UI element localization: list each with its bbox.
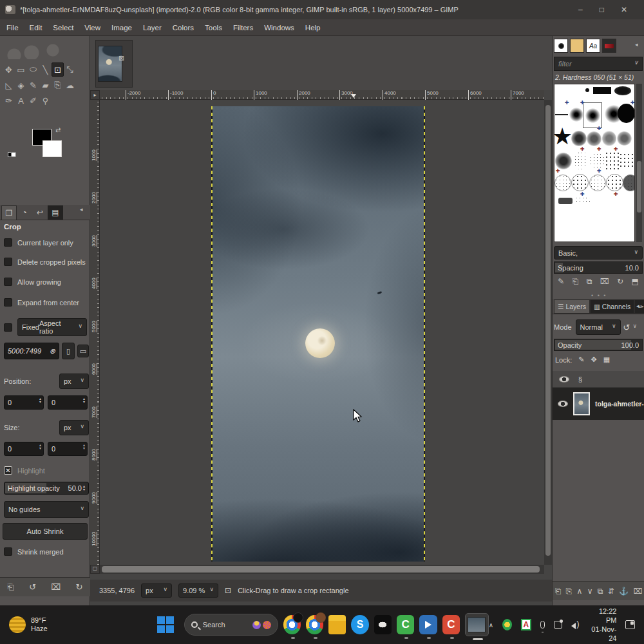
brush-grid[interactable]: ★ ✚ ✚ ✚ ✚ ✚ ✚ ✚ ✚ ✚ ✚ — [554, 84, 635, 242]
brush-swatch[interactable] — [569, 108, 583, 122]
spinner-arrows-icon[interactable]: ▴▾ — [83, 397, 85, 404]
layer-row[interactable]: tolga-ahmetler- — [553, 388, 644, 420]
brush-swatch[interactable] — [618, 104, 635, 123]
image-tab[interactable] — [95, 40, 133, 88]
start-button[interactable] — [157, 616, 174, 633]
brush-spacing-slider[interactable]: Spacing 10.0 — [554, 261, 643, 274]
taskbar-file-explorer[interactable] — [328, 615, 346, 634]
delete-cropped-pixels-option[interactable]: Delete cropped pixels — [4, 258, 86, 266]
menu-tools[interactable]: Tools — [205, 24, 222, 32]
new-layer-group-icon[interactable]: ⎘ — [566, 587, 573, 596]
menu-filters[interactable]: Filters — [233, 24, 253, 32]
taskbar-media-player[interactable] — [419, 615, 437, 634]
tray-expand-chevron-icon[interactable]: ∧ — [489, 621, 493, 629]
taskbar-skype[interactable]: S — [351, 615, 368, 634]
quick-mask-toggle[interactable]: ▢ — [90, 565, 100, 574]
refresh-brushes-icon[interactable]: ↻ — [617, 277, 623, 286]
landscape-orientation-button[interactable]: ▭ — [77, 345, 89, 357]
fixed-type-dropdown[interactable]: Fixed Aspect ratio ∨ — [17, 318, 87, 336]
restore-tool-preset-icon[interactable]: ↺ — [29, 582, 36, 592]
visibility-column-eye-icon[interactable] — [559, 376, 569, 383]
delete-cropped-pixels-checkbox[interactable] — [4, 258, 12, 266]
tool-options-tab-icon[interactable]: ❐ — [1, 205, 17, 220]
highlight-checkbox[interactable]: ✕ — [4, 466, 12, 475]
brush-swatch[interactable] — [575, 196, 591, 204]
spinner-arrows-icon[interactable]: ▴▾ — [39, 397, 41, 404]
brushes-tab-icon[interactable] — [554, 39, 568, 53]
volume-tray-icon[interactable] — [571, 620, 580, 629]
brush-swatch[interactable] — [619, 153, 633, 169]
expand-from-center-checkbox[interactable] — [4, 298, 12, 307]
position-unit-dropdown[interactable]: px ∨ — [59, 374, 89, 389]
clone-tool-icon[interactable]: ⎘ — [52, 78, 64, 92]
background-color-swatch[interactable] — [43, 140, 62, 157]
device-status-tab-icon[interactable]: ◔ — [17, 205, 32, 220]
measure-tool-icon[interactable]: ╲ — [39, 62, 52, 77]
undo-history-tab-icon[interactable]: ↩ — [32, 205, 48, 220]
fixed-checkbox[interactable] — [4, 323, 12, 332]
lock-pixels-icon[interactable]: ✎ — [578, 355, 584, 364]
search-box[interactable]: Search — [184, 614, 278, 636]
swap-colors-icon[interactable]: ⇄ — [55, 126, 61, 133]
minimize-button[interactable]: – — [578, 5, 583, 14]
microphone-tray-icon[interactable] — [540, 621, 545, 629]
expand-from-center-option[interactable]: Expand from center — [4, 298, 79, 307]
bucket-fill-tool-icon[interactable]: ◈ — [15, 78, 27, 92]
position-x-field[interactable]: 0 ▴▾ — [4, 395, 44, 410]
shrink-merged-checkbox[interactable] — [4, 547, 12, 556]
eraser-tool-icon[interactable]: ▰ — [39, 78, 52, 92]
duplicate-layer-icon[interactable]: ⧉ — [598, 587, 603, 596]
chevron-down-icon[interactable]: ∨ — [632, 323, 637, 329]
brush-swatch[interactable] — [571, 174, 589, 191]
brush-swatch-selected[interactable] — [583, 102, 602, 128]
move-tool-icon[interactable]: ✥ — [3, 62, 15, 77]
tab-channels[interactable]: ▥ Channels — [590, 299, 634, 314]
portrait-orientation-button[interactable]: ▯ — [62, 343, 75, 359]
clear-input-icon[interactable]: ⊗ — [50, 347, 55, 355]
menu-layer[interactable]: Layer — [143, 24, 162, 32]
new-brush-icon[interactable]: ⎗ — [573, 277, 579, 286]
antivirus-tray-icon[interactable] — [502, 619, 512, 630]
menu-edit[interactable]: Edit — [30, 24, 43, 32]
default-colors-icon[interactable] — [8, 152, 16, 158]
menu-help[interactable]: Help — [305, 24, 321, 32]
spinner-arrows-icon[interactable]: ▴▾ — [83, 444, 85, 450]
edit-brush-icon[interactable]: ✎ — [558, 277, 564, 286]
images-tab-icon[interactable]: ▤ — [48, 205, 63, 220]
brush-swatch[interactable] — [623, 175, 635, 191]
layer-mode-dropdown[interactable]: Normal ∨ — [576, 319, 621, 335]
menu-select[interactable]: Select — [53, 24, 73, 32]
horizontal-scrollbar[interactable] — [100, 565, 544, 574]
tab-layers[interactable]: ☰ Layers — [554, 299, 590, 314]
zoom-level-dropdown[interactable]: 9.09 % ∨ — [178, 583, 218, 598]
free-select-tool-icon[interactable]: ⬭ — [27, 62, 39, 77]
image-tab-close-icon[interactable]: ⊠ — [118, 54, 124, 62]
brush-swatch[interactable] — [589, 153, 605, 169]
delete-brush-icon[interactable]: ⌧ — [600, 277, 609, 286]
weather-widget[interactable]: 89°F Haze — [9, 616, 48, 633]
taskbar-snagit[interactable]: C — [442, 615, 460, 634]
brush-swatch[interactable] — [555, 114, 568, 115]
delete-layer-icon[interactable]: ⌧ — [633, 587, 642, 596]
brush-filter-input[interactable]: filter ∨ — [554, 57, 643, 71]
brush-swatch[interactable] — [602, 131, 616, 146]
maximize-button[interactable]: □ — [600, 5, 604, 14]
vertical-scrollbar[interactable] — [544, 100, 552, 565]
vertical-ruler[interactable]: 1000 2000 3000 4000 5000 6000 7000 8000 … — [90, 100, 100, 565]
transform-tool-icon[interactable]: ⤡ — [64, 62, 76, 77]
clock-widget[interactable]: 12:22 PM 01-Nov-24 — [589, 607, 617, 643]
allow-growing-option[interactable]: Allow growing — [4, 278, 61, 286]
taskbar-chrome-2[interactable] — [306, 615, 323, 634]
raise-layer-icon[interactable]: ∧ — [577, 587, 583, 596]
close-button[interactable]: ✕ — [621, 5, 627, 14]
taskbar-active-gimp-window[interactable] — [465, 613, 489, 636]
menu-file[interactable]: File — [6, 24, 19, 32]
lower-layer-icon[interactable]: ∨ — [587, 587, 593, 596]
layer-name[interactable]: tolga-ahmetler- — [595, 400, 644, 408]
delete-tool-preset-icon[interactable]: ⌧ — [51, 582, 61, 592]
lock-alpha-icon[interactable]: ▦ — [603, 355, 610, 364]
aspect-ratio-input[interactable]: 5000:7499 ⊗ — [4, 343, 59, 359]
vertical-scrollbar-thumb[interactable] — [545, 105, 551, 556]
display-cast-tray-icon[interactable] — [554, 621, 563, 629]
taskbar-camtasia[interactable]: C — [397, 615, 414, 634]
